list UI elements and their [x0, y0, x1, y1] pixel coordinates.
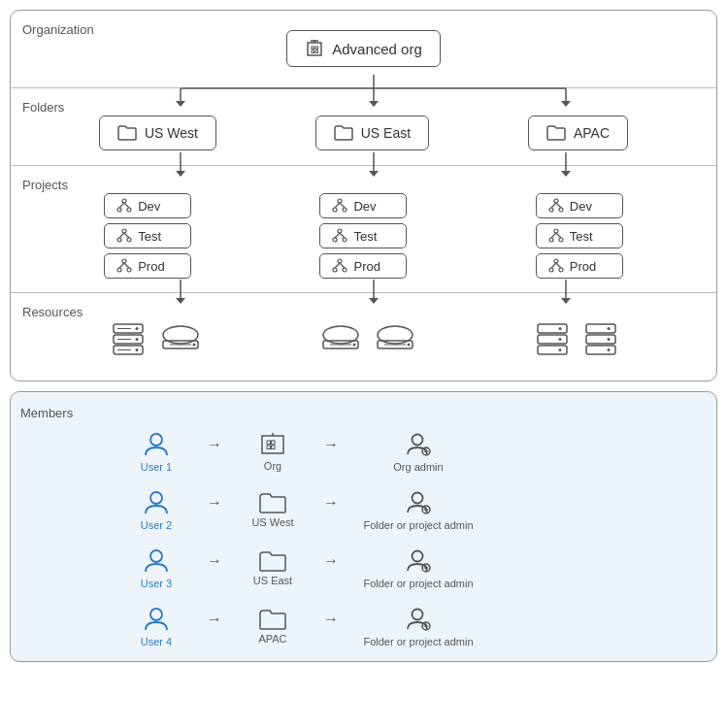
- svg-marker-71: [561, 298, 571, 304]
- member-folder-east-label: US East: [253, 575, 292, 586]
- projects-east: Dev Test: [319, 193, 407, 279]
- svg-point-21: [122, 199, 126, 203]
- network-icon-west: [160, 323, 201, 354]
- member-user1-label: User 1: [141, 461, 172, 473]
- svg-line-50: [340, 263, 345, 268]
- project-west-test: Test: [104, 223, 191, 248]
- folder-apac-label: APAC: [574, 125, 610, 141]
- nodes-icon-6: [332, 258, 347, 274]
- cloud-icon-east2: [375, 323, 415, 354]
- svg-rect-93: [538, 324, 567, 333]
- member-user1: User 1: [117, 430, 195, 473]
- svg-line-54: [551, 203, 556, 208]
- svg-rect-3: [312, 50, 314, 53]
- svg-rect-1: [312, 47, 314, 50]
- member-org-target-label: Org: [264, 460, 281, 472]
- arrow-4b: →: [312, 611, 350, 642]
- server-icon-apac1: [535, 321, 570, 356]
- member-user2: User 2: [117, 488, 195, 531]
- svg-point-41: [338, 229, 342, 233]
- svg-point-38: [343, 208, 347, 212]
- svg-point-22: [117, 208, 121, 212]
- user-icon-2: [142, 488, 171, 517]
- svg-point-37: [333, 208, 337, 212]
- member-folder-role-west-label: Folder or project admin: [363, 519, 473, 531]
- svg-line-25: [124, 203, 129, 208]
- nodes-icon-8: [548, 228, 564, 244]
- svg-point-102: [607, 327, 610, 330]
- projects-west: Dev Test: [104, 193, 191, 279]
- arrow-1b: →: [312, 436, 350, 467]
- svg-point-97: [558, 338, 561, 341]
- project-dev-label: Dev: [138, 199, 160, 214]
- project-east-test: Test: [319, 223, 407, 248]
- svg-point-63: [559, 268, 563, 272]
- member-org-role: Org admin: [350, 430, 486, 473]
- svg-point-104: [607, 348, 610, 351]
- member-row-1: User 1 → Org →: [117, 430, 707, 473]
- svg-point-52: [549, 208, 553, 212]
- member-folder-apac: APAC: [234, 608, 312, 645]
- member-folder-role-apac: Folder or project admin: [350, 605, 486, 647]
- main-container: Organization Advanced org: [0, 0, 727, 672]
- svg-point-57: [549, 238, 553, 242]
- nodes-icon-2: [116, 228, 132, 244]
- svg-point-117: [413, 493, 423, 504]
- resources-west: [110, 320, 201, 357]
- svg-rect-107: [267, 441, 271, 445]
- projects-apac: Dev Test: [536, 193, 623, 279]
- svg-point-61: [554, 259, 558, 263]
- svg-point-42: [333, 238, 337, 242]
- svg-rect-95: [538, 346, 567, 354]
- org-admin-icon: [404, 430, 433, 459]
- user-icon-3: [142, 546, 171, 576]
- folders-to-projects-connector: [11, 152, 716, 187]
- svg-line-24: [119, 203, 124, 208]
- svg-point-47: [333, 268, 337, 272]
- org-icon-member: [259, 431, 286, 458]
- members-section: Members User 1 →: [10, 391, 717, 662]
- svg-point-98: [558, 348, 561, 351]
- member-user4: User 4: [117, 605, 195, 647]
- member-org-role-label: Org admin: [393, 461, 443, 473]
- members-rows: User 1 → Org →: [20, 430, 707, 647]
- svg-line-49: [335, 263, 340, 268]
- svg-point-116: [150, 492, 162, 504]
- svg-line-45: [340, 233, 345, 238]
- svg-point-112: [413, 435, 423, 446]
- svg-point-77: [135, 348, 138, 351]
- svg-point-105: [150, 434, 162, 446]
- resources-apac: [535, 321, 618, 356]
- user-icon-4: [142, 605, 171, 634]
- svg-rect-108: [272, 441, 276, 445]
- svg-rect-100: [586, 335, 615, 344]
- svg-point-121: [150, 550, 162, 562]
- svg-point-92: [407, 344, 410, 347]
- folder-us-east: US East: [315, 116, 429, 150]
- nodes-icon-9: [548, 258, 564, 274]
- project-west-dev: Dev: [104, 193, 191, 218]
- svg-point-28: [127, 238, 131, 242]
- svg-line-35: [124, 263, 129, 268]
- svg-point-23: [127, 208, 131, 212]
- nodes-icon-7: [548, 198, 564, 214]
- svg-line-44: [335, 233, 340, 238]
- svg-rect-101: [586, 346, 615, 354]
- svg-marker-67: [176, 298, 185, 304]
- member-user3: User 3: [117, 546, 195, 589]
- arrow-2b: →: [312, 494, 350, 525]
- svg-marker-18: [369, 171, 379, 177]
- svg-point-48: [343, 268, 347, 272]
- member-user2-label: User 2: [141, 519, 172, 531]
- resources-east: [320, 323, 415, 354]
- nodes-icon: [116, 198, 132, 214]
- svg-marker-69: [369, 298, 379, 304]
- svg-marker-12: [369, 101, 379, 107]
- svg-line-39: [335, 203, 340, 208]
- svg-point-88: [352, 344, 355, 347]
- project-apac-dev: Dev: [536, 193, 623, 218]
- svg-point-126: [150, 609, 162, 620]
- folder-admin-icon-east: [404, 546, 433, 576]
- folder-east-label: US East: [361, 125, 411, 141]
- svg-marker-10: [176, 101, 185, 107]
